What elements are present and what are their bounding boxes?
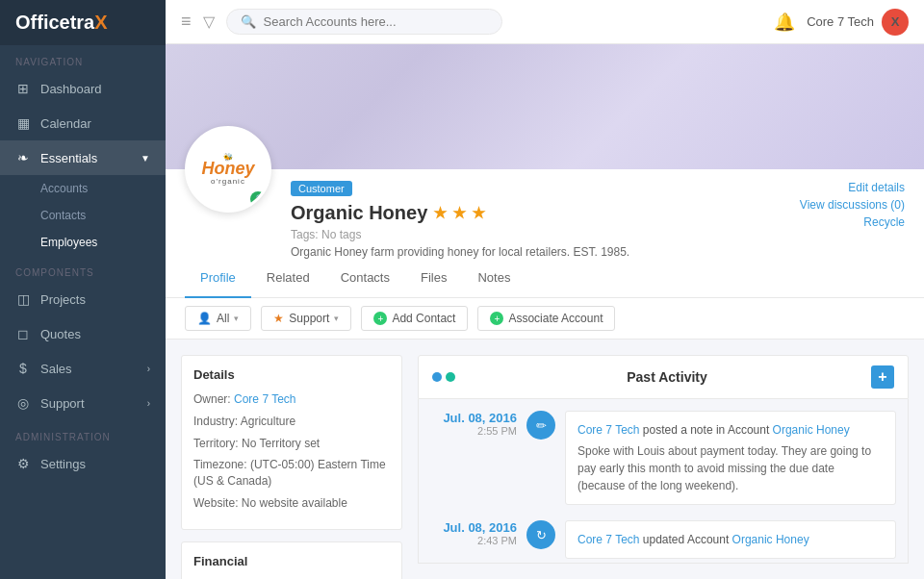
dot-blue xyxy=(432,372,442,382)
support-dot-icon: ★ xyxy=(273,312,284,325)
quotes-icon: ◻ xyxy=(15,326,31,341)
tab-notes[interactable]: Notes xyxy=(462,259,526,298)
sidebar-item-label: Projects xyxy=(40,292,86,307)
activity-card: Core 7 Tech updated Account Organic Hone… xyxy=(565,520,896,559)
search-input[interactable] xyxy=(264,14,489,29)
app-logo: OfficetraX xyxy=(0,0,166,45)
user-name: Core 7 Tech xyxy=(807,14,874,29)
main-content: ≡ ▽ 🔍 🔔 Core 7 Tech X 🐝 Honey xyxy=(166,0,924,579)
support-icon: ◎ xyxy=(15,395,31,411)
financial-title: Financial xyxy=(193,554,390,568)
activity-title: Past Activity xyxy=(463,369,871,385)
plus-icon: + xyxy=(373,312,387,325)
tab-contacts[interactable]: Contacts xyxy=(325,259,405,298)
account-name: Organic Honey ★ ★ ★ xyxy=(291,202,781,224)
lock-icon: 🔒 xyxy=(250,191,266,207)
sub-item-label: Accounts xyxy=(40,182,88,195)
sidebar-item-label: Sales xyxy=(40,362,72,376)
bell-icon[interactable]: 🔔 xyxy=(774,12,795,33)
sidebar-item-accounts[interactable]: Accounts xyxy=(0,175,166,202)
nav-section-label: NAVIGATION xyxy=(0,45,166,71)
sidebar-item-employees[interactable]: Employees xyxy=(0,229,166,256)
sidebar-item-settings[interactable]: ⚙ Settings xyxy=(0,446,166,481)
target-link[interactable]: Organic Honey xyxy=(732,533,809,546)
sidebar-item-dashboard[interactable]: ⊞ Dashboard xyxy=(0,71,166,106)
sidebar-item-label: Quotes xyxy=(40,327,81,341)
activity-list: Jul. 08, 2016 2:55 PM ✏ Core 7 Tech post… xyxy=(418,399,909,564)
sidebar: OfficetraX NAVIGATION ⊞ Dashboard ▦ Cale… xyxy=(0,0,166,579)
sidebar-item-label: Dashboard xyxy=(40,82,102,96)
page-content: 🐝 Honey o'rganic 🔒 Customer Organic Hone… xyxy=(166,44,924,579)
sidebar-item-sales[interactable]: $ Sales › xyxy=(0,351,166,386)
details-title: Details xyxy=(193,367,390,382)
projects-icon: ◫ xyxy=(15,291,31,307)
recycle-link[interactable]: Recycle xyxy=(863,215,905,229)
time-text: 2:43 PM xyxy=(430,535,517,546)
activity-entry: Jul. 08, 2016 2:55 PM ✏ Core 7 Tech post… xyxy=(430,411,896,505)
account-logo: 🐝 Honey o'rganic 🔒 xyxy=(185,126,271,213)
sidebar-item-label: Support xyxy=(40,396,85,411)
chevron-right-icon: › xyxy=(147,398,150,409)
account-actions: Edit details View discussions (0) Recycl… xyxy=(800,169,905,229)
sidebar-item-contacts[interactable]: Contacts xyxy=(0,202,166,229)
customer-badge: Customer xyxy=(291,181,352,196)
edit-details-link[interactable]: Edit details xyxy=(848,181,905,194)
all-filter-button[interactable]: 👤 All ▾ xyxy=(185,306,251,331)
avatar: X xyxy=(882,9,909,36)
activity-summary: Core 7 Tech posted a note in Account Org… xyxy=(578,421,884,439)
search-box: 🔍 xyxy=(226,9,503,35)
activity-card: Core 7 Tech posted a note in Account Org… xyxy=(565,411,896,505)
sub-item-label: Employees xyxy=(40,236,97,249)
tab-related[interactable]: Related xyxy=(251,259,325,298)
search-icon: 🔍 xyxy=(241,14,256,29)
account-info: Customer Organic Honey ★ ★ ★ Tags: No ta… xyxy=(291,169,781,259)
tab-files[interactable]: Files xyxy=(405,259,462,298)
financial-card: Financial Value: No quantity modificatio… xyxy=(181,541,402,579)
admin-section-label: ADMINISTRATION xyxy=(0,420,166,446)
sidebar-item-quotes[interactable]: ◻ Quotes xyxy=(0,316,166,351)
sales-icon: $ xyxy=(15,361,31,376)
chevron-down-icon: ▼ xyxy=(141,153,150,164)
account-logo-inner: 🐝 Honey o'rganic 🔒 xyxy=(189,130,268,209)
actor-link[interactable]: Core 7 Tech xyxy=(578,423,639,437)
person-icon: 👤 xyxy=(197,312,212,325)
date-text: Jul. 08, 2016 xyxy=(430,520,517,535)
calendar-icon: ▦ xyxy=(15,115,31,131)
tab-profile[interactable]: Profile xyxy=(185,259,251,298)
sidebar-item-essentials[interactable]: ❧ Essentials ▼ xyxy=(0,140,166,175)
sidebar-item-projects[interactable]: ◫ Projects xyxy=(0,282,166,316)
star-1: ★ xyxy=(433,204,447,222)
sidebar-item-label: Settings xyxy=(40,457,86,471)
user-menu[interactable]: Core 7 Tech X xyxy=(807,9,909,36)
industry-row: Industry: Agriculture xyxy=(193,414,390,430)
two-column-layout: Details Owner: Core 7 Tech Industry: Agr… xyxy=(166,340,924,579)
add-activity-button[interactable]: + xyxy=(871,365,894,389)
date-text: Jul. 08, 2016 xyxy=(430,411,517,425)
activity-dots xyxy=(432,372,455,382)
associate-account-button[interactable]: + Associate Account xyxy=(477,306,615,331)
details-panel: Details Owner: Core 7 Tech Industry: Agr… xyxy=(181,355,402,564)
dot-teal xyxy=(446,372,455,382)
star-2: ★ xyxy=(452,204,466,222)
add-contact-button[interactable]: + Add Contact xyxy=(361,306,468,331)
sidebar-item-label: Calendar xyxy=(40,116,91,131)
support-filter-button[interactable]: ★ Support ▾ xyxy=(261,306,351,331)
target-link[interactable]: Organic Honey xyxy=(773,423,850,437)
actor-link[interactable]: Core 7 Tech xyxy=(578,533,639,546)
hamburger-icon[interactable]: ≡ xyxy=(181,12,192,32)
website-row: Website: No website available xyxy=(193,495,390,512)
view-discussions-link[interactable]: View discussions (0) xyxy=(800,198,905,212)
app-name: OfficetraX xyxy=(15,12,108,34)
filter-icon[interactable]: ▽ xyxy=(203,13,215,31)
note-text: Spoke with Louis about payment today. Th… xyxy=(578,442,884,494)
sidebar-item-calendar[interactable]: ▦ Calendar xyxy=(0,106,166,140)
components-section-label: COMPONENTS xyxy=(0,256,166,282)
details-card: Details Owner: Core 7 Tech Industry: Agr… xyxy=(181,355,402,530)
activity-icon: ↻ xyxy=(526,520,555,549)
activity-date: Jul. 08, 2016 2:55 PM xyxy=(430,411,517,437)
sidebar-item-support[interactable]: ◎ Support › xyxy=(0,386,166,420)
owner-link[interactable]: Core 7 Tech xyxy=(234,392,295,406)
settings-icon: ⚙ xyxy=(15,456,31,471)
territory-row: Territory: No Territory set xyxy=(193,436,390,452)
topbar: ≡ ▽ 🔍 🔔 Core 7 Tech X xyxy=(166,0,924,44)
